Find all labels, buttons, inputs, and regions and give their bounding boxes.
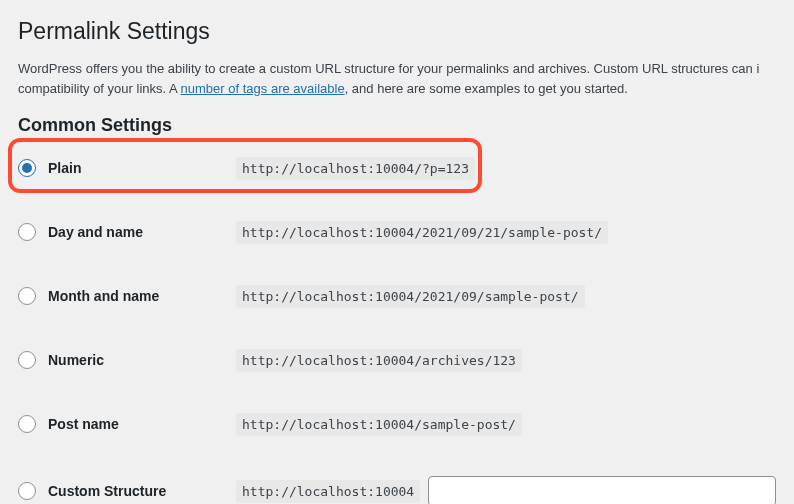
radio-day-and-name[interactable] [18, 223, 36, 241]
page-title: Permalink Settings [18, 18, 776, 45]
radio-custom-structure[interactable] [18, 482, 36, 500]
option-day-and-name[interactable]: Day and name http://localhost:10004/2021… [18, 220, 776, 244]
radio-post-name[interactable] [18, 415, 36, 433]
option-custom-structure[interactable]: Custom Structure http://localhost:10004 [18, 476, 776, 504]
radio-plain[interactable] [18, 159, 36, 177]
label-month-and-name: Month and name [48, 288, 159, 304]
custom-base-url: http://localhost:10004 [236, 480, 420, 503]
permalink-options: Plain http://localhost:10004/?p=123 Day … [18, 156, 776, 504]
label-custom-structure: Custom Structure [48, 483, 166, 499]
label-post-name: Post name [48, 416, 119, 432]
custom-structure-input[interactable] [428, 476, 776, 504]
example-post-name: http://localhost:10004/sample-post/ [236, 413, 522, 436]
example-plain: http://localhost:10004/?p=123 [236, 157, 475, 180]
example-numeric: http://localhost:10004/archives/123 [236, 349, 522, 372]
option-post-name[interactable]: Post name http://localhost:10004/sample-… [18, 412, 776, 436]
radio-numeric[interactable] [18, 351, 36, 369]
label-plain: Plain [48, 160, 81, 176]
label-numeric: Numeric [48, 352, 104, 368]
option-month-and-name[interactable]: Month and name http://localhost:10004/20… [18, 284, 776, 308]
example-month-and-name: http://localhost:10004/2021/09/sample-po… [236, 285, 585, 308]
common-settings-heading: Common Settings [18, 115, 776, 136]
tags-available-link[interactable]: number of tags are available [181, 81, 345, 96]
label-day-and-name: Day and name [48, 224, 143, 240]
option-plain[interactable]: Plain http://localhost:10004/?p=123 [18, 156, 776, 180]
option-numeric[interactable]: Numeric http://localhost:10004/archives/… [18, 348, 776, 372]
radio-month-and-name[interactable] [18, 287, 36, 305]
desc-text-after: , and here are some examples to get you … [345, 81, 628, 96]
example-day-and-name: http://localhost:10004/2021/09/21/sample… [236, 221, 608, 244]
page-description: WordPress offers you the ability to crea… [18, 59, 776, 99]
